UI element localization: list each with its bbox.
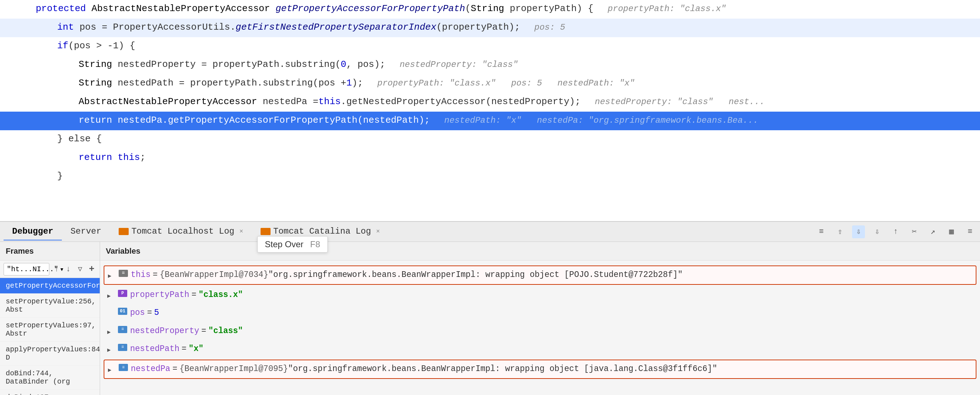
frame-name-2: setPropertyValues:97, Abstr [6, 321, 94, 338]
var-row-nestedProperty: ≡ nestedProperty = "class" [100, 322, 980, 340]
expand-nestedProperty[interactable] [107, 326, 116, 337]
code-line-4: String nestedProperty = propertyPath.sub… [0, 56, 980, 74]
tab-tomcat-localhost-label: Tomcat Localhost Log [132, 227, 234, 236]
var-val-np: "class" [208, 325, 243, 337]
variables-title: Variables [106, 246, 140, 256]
up-icon [54, 265, 59, 274]
variables-panel: Variables ≡ this = {BeanWrapperImpl@7034… [100, 242, 980, 395]
tab-tomcat-localhost-close[interactable]: × [239, 228, 243, 235]
down-icon [66, 265, 71, 274]
var-name-this: this [131, 269, 151, 280]
frames-btn-down[interactable] [64, 262, 73, 275]
tooltip-label: Step Over [265, 239, 304, 249]
tab-tomcat-catalina-close[interactable]: × [376, 228, 380, 235]
hint-line7: nestedPath: "x" nestedPa: "org.springfra… [444, 114, 759, 127]
var-val-pp: "class.x" [198, 289, 243, 301]
var-val-this-obj: {BeanWrapperImpl@7034} [160, 269, 269, 280]
tab-debugger[interactable]: Debugger [3, 223, 62, 240]
var-row-pos: 01 pos = 5 [100, 304, 980, 322]
chevron-icon-np [107, 327, 111, 336]
keyword-if: if [57, 38, 68, 54]
var-val-npath: "x" [189, 343, 204, 355]
add-icon [89, 264, 95, 274]
keyword-int: int [57, 20, 74, 35]
btn-run[interactable]: ↗ [926, 225, 939, 238]
expand-this[interactable] [108, 270, 116, 281]
tomcat-icon-2 [261, 228, 270, 235]
keyword-return: return [79, 113, 112, 128]
frames-btn-up[interactable] [52, 262, 61, 275]
frame-item-4[interactable]: doBind:744, DataBinder (org [0, 366, 100, 390]
frame-item-2[interactable]: setPropertyValues:97, Abstr [0, 318, 100, 342]
btn-list[interactable]: ≡ [964, 225, 977, 238]
btn-step-into[interactable]: ⇩ [871, 225, 883, 238]
var-row-nestedPa: ≡ nestedPa = {BeanWrapperImpl@7095} "org… [103, 360, 977, 379]
var-eq-pp: = [192, 289, 197, 301]
btn-step-over[interactable]: ⇩ [852, 225, 865, 238]
var-name-npa: nestedPa [131, 363, 170, 374]
step-over-tooltip: Step Over F8 [257, 236, 328, 253]
keyword-protected: protected [36, 2, 86, 16]
var-eq-npa: = [172, 363, 177, 374]
chevron-icon-npath [107, 345, 111, 354]
var-val-npa-obj: {BeanWrapperImpl@7095} [180, 363, 288, 374]
tab-server-label: Server [70, 227, 101, 236]
code-line-5: String nestedPath = propertyPath.substri… [0, 74, 980, 93]
code-line-6: AbstractNestablePropertyAccessor nestedP… [0, 93, 980, 112]
debugger-toolbar: ≡ ⇧ ⇩ ⇩ ↑ ✂ ↗ ▦ ≡ [815, 225, 977, 238]
local-icon-pos: 01 [118, 308, 127, 315]
var-desc-this: "org.springframework.beans.BeanWrapperIm… [269, 269, 682, 280]
frame-item-0[interactable]: getPropertyAccessorForPro [0, 278, 100, 294]
frame-name-1: setPropertyValue:256, Abst [6, 297, 94, 314]
expand-nestedPa[interactable] [108, 364, 116, 375]
hint-line2: pos: 5 [534, 21, 565, 34]
keyword-this2: this [118, 150, 140, 165]
expand-nestedPath[interactable] [107, 344, 116, 355]
frame-item-5[interactable]: doBind:197, WebDataBinder [0, 390, 100, 395]
frame-name-5: doBind:197, WebDataBinder [6, 393, 94, 395]
var-name-npath: nestedPath [130, 343, 180, 355]
code-line-1: protected AbstractNestablePropertyAccess… [0, 0, 980, 19]
var-eq-np: = [201, 325, 206, 337]
btn-grid[interactable]: ▦ [945, 225, 958, 238]
tooltip-shortcut: F8 [310, 239, 320, 249]
frames-btn-add[interactable] [87, 262, 96, 275]
type-accessor: AbstractNestablePropertyAccessor [92, 2, 270, 16]
tab-tomcat-localhost[interactable]: Tomcat Localhost Log × [110, 223, 252, 240]
frames-btn-filter[interactable] [76, 262, 85, 275]
code-line-10: } [0, 168, 980, 186]
this-icon: ≡ [119, 270, 128, 277]
frames-dropdown-value: "ht...NI..." [7, 265, 58, 273]
chevron-icon-npa [108, 365, 111, 374]
var-eq-npath: = [181, 343, 186, 355]
keyword-return2: return [79, 150, 112, 165]
local-icon-npath: ≡ [118, 344, 127, 351]
btn-step-up[interactable]: ↑ [889, 225, 902, 238]
debugger-panel: Debugger Server Tomcat Localhost Log × T… [0, 222, 980, 395]
frames-dropdown[interactable]: "ht...NI..." ▾ [3, 263, 49, 275]
variables-header: Variables [100, 242, 980, 261]
code-editor: protected AbstractNestablePropertyAccess… [0, 0, 980, 222]
chevron-icon-pp [107, 291, 111, 300]
btn-step-out-up[interactable]: ⇧ [834, 225, 846, 238]
var-desc-npa: "org.springframework.beans.BeanWrapperIm… [288, 363, 717, 374]
var-name-np: nestedProperty [130, 325, 199, 337]
expand-propertyPath[interactable] [107, 290, 116, 301]
keyword-this: this [318, 94, 340, 109]
btn-lines[interactable]: ≡ [815, 225, 828, 238]
frame-item-1[interactable]: setPropertyValue:256, Abst [0, 294, 100, 318]
var-eq-this: = [153, 269, 158, 280]
tab-tomcat-catalina-label: Tomcat Catalina Log [274, 227, 371, 236]
var-eq-pos: = [147, 307, 152, 318]
var-row-propertyPath: P propertyPath = "class.x" [100, 286, 980, 304]
frame-item-3[interactable]: applyPropertyValues:848, D [0, 342, 100, 366]
var-row-nestedPath: ≡ nestedPath = "x" [100, 340, 980, 358]
frames-title: Frames [6, 246, 33, 256]
code-line-7: return nestedPa.getPropertyAccessorForPr… [0, 112, 980, 130]
var-row-this: ≡ this = {BeanWrapperImpl@7034} "org.spr… [103, 265, 977, 285]
btn-cut[interactable]: ✂ [908, 225, 921, 238]
tab-server[interactable]: Server [62, 223, 110, 240]
filter-icon [78, 264, 82, 274]
var-val-pos: 5 [154, 307, 159, 318]
frame-name-4: doBind:744, DataBinder (org [6, 369, 94, 386]
